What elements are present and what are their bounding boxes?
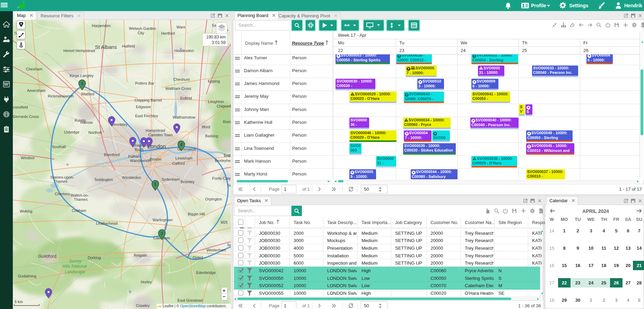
svg-text:Staines-upon-: Staines-upon- [50, 175, 74, 179]
svg-text:Camden Town: Camden Town [148, 133, 173, 137]
svg-text:Orpington: Orpington [205, 197, 222, 201]
svg-text:✈: ✈ [128, 289, 132, 294]
svg-text:Hemel Hempstead: Hemel Hempstead [63, 49, 95, 53]
svg-text:2: 2 [81, 81, 84, 86]
svg-text:Thames: Thames [74, 197, 88, 201]
svg-text:Cheshunt: Cheshunt [173, 77, 190, 81]
svg-text:Romford: Romford [223, 120, 231, 124]
svg-text:✈: ✈ [179, 47, 182, 51]
svg-text:consfield: consfield [13, 105, 28, 109]
svg-text:Chesham: Chesham [26, 67, 42, 71]
svg-text:Bexleyheath: Bexleyheath [215, 158, 231, 163]
svg-text:Walton-on-: Walton-on- [70, 193, 89, 197]
svg-text:✈: ✈ [66, 162, 69, 167]
svg-text:Chertsey: Chertsey [55, 192, 70, 196]
svg-text:Epping: Epping [208, 79, 220, 83]
svg-text:Bromley: Bromley [181, 180, 195, 184]
svg-text:1: 1 [154, 182, 157, 187]
svg-text:Waltham Cross: Waltham Cross [165, 86, 191, 91]
svg-text:3: 3 [161, 231, 163, 236]
svg-text:Biggin Hill: Biggin Hill [188, 212, 205, 216]
svg-text:Edenbridge: Edenbridge [196, 271, 216, 275]
svg-text:Watford: Watford [81, 92, 94, 96]
svg-text:Enfield: Enfield [180, 96, 192, 100]
svg-text:Swanley: Swanley [227, 183, 231, 187]
svg-text:Harrow: Harrow [80, 120, 93, 125]
svg-text:East Grinstead: East Grinstead [177, 298, 203, 302]
svg-text:Leatherhead: Leatherhead [96, 221, 118, 225]
svg-text:Gerrards Cross: Gerrards Cross [13, 114, 39, 119]
svg-text:Hertford: Hertford [161, 31, 175, 35]
svg-text:Sydenham: Sydenham [162, 177, 180, 181]
svg-text:Foots Cray: Foots Cray [212, 176, 231, 180]
svg-text:Hoddesdon: Hoddesdon [174, 49, 194, 53]
svg-text:Crawley: Crawley [136, 303, 150, 308]
svg-text:Southall: Southall [52, 145, 66, 149]
svg-text:Edgware: Edgware [136, 105, 151, 109]
svg-text:Woking: Woking [20, 209, 32, 213]
svg-text:Wembley: Wembley [112, 122, 128, 127]
svg-text:Ilford: Ilford [202, 125, 210, 129]
svg-text:Oxted: Oxted [193, 256, 203, 260]
svg-text:Northolt: Northolt [88, 130, 102, 135]
svg-text:Fulham: Fulham [128, 154, 141, 158]
svg-text:Windsor: Windsor [21, 156, 35, 160]
svg-text:Guildford: Guildford [38, 254, 56, 259]
svg-text:Thames: Thames [54, 179, 68, 183]
svg-text:Erith: Erith [224, 153, 231, 157]
svg-text:Hills National: Hills National [62, 264, 87, 269]
svg-text:Seveno: Seveno [227, 243, 231, 247]
svg-text:Catford: Catford [172, 161, 185, 165]
svg-text:Welwyn Garden: Welwyn Garden [129, 26, 156, 31]
svg-text:Teddington: Teddington [94, 178, 113, 182]
svg-text:Warlingham: Warlingham [153, 218, 173, 222]
svg-text:Walthamstow: Walthamstow [173, 115, 195, 119]
svg-text:Wimbledon: Wimbledon [122, 175, 141, 180]
svg-text:Reigate: Reigate [134, 253, 147, 257]
svg-text:Westerham: Westerham [207, 248, 226, 252]
svg-text:Cobham: Cobham [72, 208, 86, 213]
svg-text:Godalming: Godalming [18, 274, 36, 278]
svg-text:Ware: Ware [176, 25, 185, 29]
svg-text:Bush: Bush [135, 147, 143, 152]
svg-text:Potters Bar: Potters Bar [135, 81, 154, 85]
svg-text:Dorking: Dorking [88, 256, 101, 260]
svg-text:Harpenden: Harpenden [92, 24, 111, 28]
svg-text:M25: M25 [221, 221, 228, 224]
svg-text:Brentford: Brentford [104, 153, 120, 157]
svg-text:Chipping Barnet: Chipping Barnet [134, 98, 162, 102]
svg-text:4: 4 [180, 142, 183, 147]
svg-text:Rickmansworth: Rickmansworth [48, 94, 74, 98]
svg-text:Lewisham: Lewisham [175, 156, 193, 160]
svg-text:City: City [138, 31, 144, 35]
svg-text:Chigwell: Chigwell [217, 104, 231, 108]
svg-text:Horley: Horley [141, 280, 152, 284]
svg-text:Landscape: Landscape [65, 269, 85, 274]
svg-text:Uxbridge: Uxbridge [64, 130, 79, 134]
svg-text:Wandsworth: Wandsworth [130, 158, 151, 163]
svg-text:St Albans: St Albans [95, 44, 117, 50]
svg-text:Surrey: Surrey [69, 259, 82, 264]
svg-text:Loughton: Loughton [208, 100, 224, 104]
svg-text:Amersham: Amersham [27, 88, 45, 93]
svg-text:East Finchley: East Finchley [135, 114, 158, 118]
svg-text:Hampstead: Hampstead [146, 128, 165, 132]
svg-text:Kings Langley: Kings Langley [70, 74, 94, 78]
svg-text:Barking: Barking [205, 134, 218, 138]
svg-text:Brixton: Brixton [150, 157, 162, 161]
svg-text:Hatfield: Hatfield [122, 44, 135, 48]
